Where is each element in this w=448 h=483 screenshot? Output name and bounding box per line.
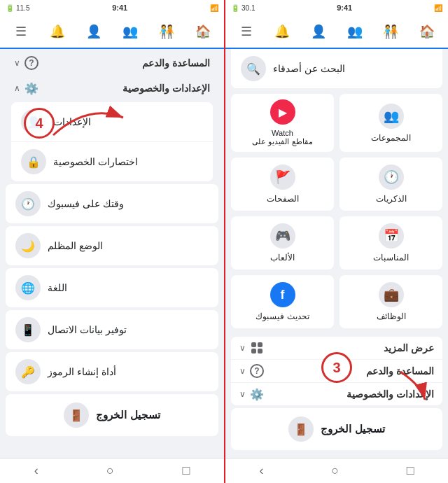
logout-icon-right: 🚪 (288, 416, 314, 442)
search-friends-item[interactable]: البحث عن أصدقاء 🔍 (231, 49, 442, 88)
bottom-home-icon[interactable]: ○ (106, 463, 114, 478)
nav-groups-icon[interactable]: 👥 (118, 19, 143, 44)
privacy-shortcuts-item[interactable]: اختصارات الخصوصية 🔒 (11, 142, 213, 181)
memories-label: الذكريات (376, 194, 407, 204)
nav-home-icon[interactable]: 🏠 (190, 19, 216, 44)
battery-icon: 🔋 (6, 4, 14, 12)
settings-menu-group: 4 الإعدادات 👤 اختصارات الخصوصية (11, 102, 213, 181)
groups-icon: 👥 (379, 104, 404, 129)
help-section-header[interactable]: ∨ ? المساعدة والدعم (6, 52, 218, 74)
logout-icon-left: 🚪 (64, 402, 89, 428)
time-item-label: وقتك على فيسبوك (48, 198, 124, 209)
bottom-recent-icon[interactable]: □ (182, 463, 190, 478)
time-display: 9:41 (112, 4, 127, 12)
right-bottom-back-icon[interactable]: ‹ (259, 463, 263, 478)
help-question-icon: ? (24, 56, 38, 70)
signal-bars: 📶 (210, 4, 218, 12)
right-status-left: 📶 (434, 4, 442, 12)
data-saver-item[interactable]: توفير بيانات الاتصال 📱 (6, 310, 218, 349)
status-right: 🔋 11.5 (6, 4, 29, 12)
help-right-header-left: ∨ ? (239, 364, 264, 378)
dark-mode-icon: 🌙 (15, 233, 41, 258)
status-left: 📶 (210, 4, 218, 12)
right-nav-bell-icon[interactable]: 🔔 (270, 19, 295, 44)
arrow-annotation-3 (365, 365, 435, 407)
watch-label: Watch مقاطع الفيديو على (252, 129, 312, 146)
grid-row-2: 🚩 الصفحات 🕐 الذكريات (231, 158, 442, 211)
update-fb-grid-item[interactable]: f تحديث فيسبوك (231, 275, 334, 328)
help-header-left: ∨ ? (14, 56, 38, 70)
events-icon: 📅 (379, 223, 404, 248)
right-nav-people-icon[interactable]: 🧑‍🤝‍🧑 (378, 19, 403, 44)
right-nav-home-icon[interactable]: 🏠 (414, 19, 440, 44)
jobs-grid-item[interactable]: 💼 الوظائف (340, 275, 442, 328)
settings-section-label: الإعدادات والخصوصية (122, 83, 210, 94)
right-panel-content: البحث عن أصدقاء 🔍 ▶ Watch مقاطع الفيديو … (225, 49, 448, 458)
right-time-display: 9:41 (337, 4, 352, 12)
jobs-label: الوظائف (377, 312, 406, 321)
groups-grid-item[interactable]: 👥 المجموعات (340, 94, 442, 152)
right-grid-section: ▶ Watch مقاطع الفيديو على 👥 المجموعات 🚩 … (225, 91, 448, 337)
annotation-circle-3: 3 (321, 352, 352, 383)
games-grid-item[interactable]: 🎮 الألعاب (231, 216, 334, 270)
show-more-header-left: ∨ (239, 341, 264, 355)
watch-grid-item[interactable]: ▶ Watch مقاطع الفيديو على (231, 94, 334, 152)
right-bottom-recent-icon[interactable]: □ (407, 463, 414, 478)
wifi-signal: 11.5 (16, 4, 29, 12)
annotation-circle-4: 4 (24, 108, 55, 139)
right-bottom-home-icon[interactable]: ○ (331, 463, 339, 478)
watch-label-line1: Watch مقاطع الفيديو على (252, 129, 312, 146)
search-friends-icon: 🔍 (241, 56, 266, 81)
events-grid-item[interactable]: 📅 المناسبات (340, 216, 442, 270)
language-icon: 🌐 (15, 275, 41, 300)
memories-icon: 🕐 (379, 164, 404, 190)
logout-item-right[interactable]: تسجيل الخروج 🚪 (231, 408, 442, 450)
right-nav-groups-icon[interactable]: 👥 (342, 19, 368, 44)
data-saver-icon: 📱 (15, 317, 41, 342)
language-item[interactable]: اللغة 🌐 (6, 268, 218, 307)
games-icon: 🎮 (270, 223, 295, 248)
data-saver-label: توفير بيانات الاتصال (48, 324, 127, 335)
help-chevron: ∨ (14, 58, 20, 68)
update-fb-label: تحديث فيسبوك (255, 312, 309, 321)
pages-label: الصفحات (267, 194, 299, 204)
grid-row-1: ▶ Watch مقاطع الفيديو على 👥 المجموعات (231, 94, 442, 152)
right-signal-bars: 📶 (434, 4, 442, 12)
groups-label: المجموعات (371, 133, 411, 143)
jobs-icon: 💼 (379, 282, 404, 307)
show-more-chevron: ∨ (239, 343, 246, 353)
memories-grid-item[interactable]: 🕐 الذكريات (340, 158, 442, 211)
right-status-bar: 🔋 30.1 9:41 📶 (225, 0, 448, 15)
settings-section-header[interactable]: ∧ ⚙️ الإعدادات والخصوصية (6, 77, 218, 99)
right-wifi-signal: 30.1 (241, 4, 255, 12)
bottom-back-icon[interactable]: ‹ (34, 463, 38, 478)
time-item-icon: 🕐 (15, 191, 41, 216)
settings-right-header-left: ∨ ⚙️ (239, 387, 264, 401)
settings-header-left: ∧ ⚙️ (14, 81, 38, 95)
dark-mode-item[interactable]: الوضع المظلم 🌙 (6, 226, 218, 265)
help-right-chevron: ∨ (239, 366, 246, 376)
settings-right-gear-icon: ⚙️ (250, 387, 264, 401)
nav-profile-icon[interactable]: 👤 (81, 19, 106, 44)
emoji-creator-label: أداة إنشاء الرموز (48, 366, 116, 377)
right-nav-menu-icon[interactable]: ☰ (234, 19, 259, 44)
emoji-creator-item[interactable]: أداة إنشاء الرموز 🔑 (6, 352, 218, 391)
right-bottom-nav: ‹ ○ □ (225, 458, 448, 483)
right-status-right: 🔋 30.1 (231, 4, 255, 12)
language-label: اللغة (48, 282, 67, 293)
settings-right-chevron: ∨ (239, 389, 246, 399)
grid-row-3: 🎮 الألعاب 📅 المناسبات (231, 216, 442, 270)
nav-menu-icon[interactable]: ☰ (8, 19, 34, 44)
show-more-label: عرض المزيد (384, 342, 434, 354)
logout-item-left[interactable]: تسجيل الخروج 🚪 (6, 394, 218, 436)
right-nav-profile-icon[interactable]: 👤 (306, 19, 331, 44)
help-right-question-icon: ? (250, 364, 264, 378)
nav-bell-icon[interactable]: 🔔 (45, 19, 70, 44)
time-item[interactable]: وقتك على فيسبوك 🕐 (6, 184, 218, 223)
privacy-shortcuts-icon: 🔒 (21, 149, 46, 174)
pages-grid-item[interactable]: 🚩 الصفحات (231, 158, 334, 211)
emoji-creator-icon: 🔑 (15, 359, 41, 384)
search-friends-label: البحث عن أصدقاء (273, 63, 345, 74)
dark-mode-label: الوضع المظلم (48, 240, 103, 251)
nav-people-icon[interactable]: 🧑‍🤝‍🧑 (154, 19, 179, 44)
